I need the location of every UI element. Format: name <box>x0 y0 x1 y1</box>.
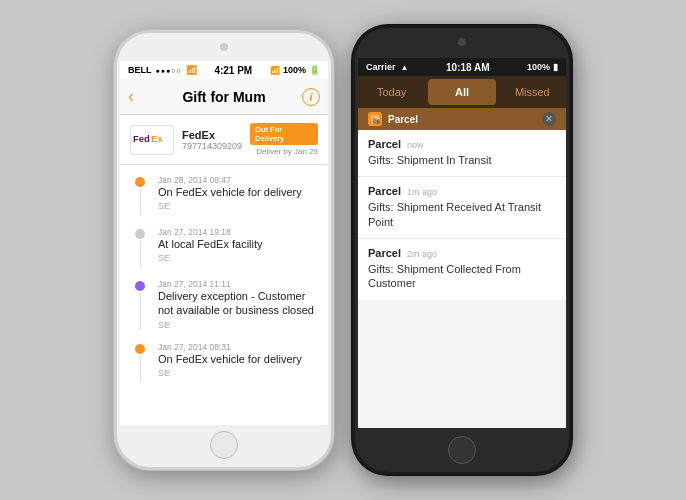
dot-2 <box>135 281 145 291</box>
svg-text:Ex: Ex <box>151 134 163 145</box>
notif-item-0[interactable]: Parcel now Gifts: Shipment In Transit <box>358 130 566 177</box>
fedex-logo: Fed Ex <box>130 125 174 155</box>
text-0: On FedEx vehicle for delivery <box>158 185 318 199</box>
notif-time-2: 2m ago <box>407 249 437 259</box>
notif-time-0: now <box>407 140 424 150</box>
dot-col-1 <box>130 227 150 267</box>
tab-today-label: Today <box>377 86 406 98</box>
date-3: Jan 27, 2014 08:31 <box>158 342 318 352</box>
dark-wifi-icon: ▲ <box>401 63 409 72</box>
date-1: Jan 27, 2014 19:18 <box>158 227 318 237</box>
fedex-info: FedEx 797714309209 <box>182 129 242 151</box>
dark-status-right: 100% ▮ <box>527 62 558 72</box>
bluetooth-icon: 📶 <box>270 66 280 75</box>
fedex-name: FedEx <box>182 129 242 141</box>
battery-icon: 🔋 <box>309 65 320 75</box>
phones-container: BELL ●●●○○ 📶 4:21 PM 📶 100% 🔋 ‹ Gift for… <box>94 5 592 495</box>
notif-item-2[interactable]: Parcel 2m ago Gifts: Shipment Collected … <box>358 239 566 300</box>
notification-tabs: Today All Missed <box>358 76 566 108</box>
dark-home-button[interactable] <box>448 436 476 464</box>
fedex-tracking: 797714309209 <box>182 141 242 151</box>
dark-battery-icon: ▮ <box>553 62 558 72</box>
loc-0: SE <box>158 201 318 211</box>
battery-label: 100% <box>283 65 306 75</box>
status-bar-white: BELL ●●●○○ 📶 4:21 PM 📶 100% 🔋 <box>120 61 328 79</box>
timeline-item-1: Jan 27, 2014 19:18 At local FedEx facili… <box>120 221 328 273</box>
content-0: Jan 28, 2014 08:47 On FedEx vehicle for … <box>158 175 318 215</box>
close-button[interactable]: ✕ <box>542 112 556 126</box>
section-header: 📦 Parcel ✕ <box>358 108 566 130</box>
dark-status-left: Carrier ▲ <box>366 62 408 72</box>
delivery-badge: Out For Delivery <box>250 123 318 145</box>
loc-3: SE <box>158 368 318 378</box>
back-button[interactable]: ‹ <box>128 86 134 107</box>
carrier-label: BELL <box>128 65 152 75</box>
notif-item-1[interactable]: Parcel 1m ago Gifts: Shipment Received A… <box>358 177 566 239</box>
dot-1 <box>135 229 145 239</box>
loc-1: SE <box>158 253 318 263</box>
timeline-item-3: Jan 27, 2014 08:31 On FedEx vehicle for … <box>120 336 328 388</box>
notif-app-2: Parcel <box>368 247 401 259</box>
dark-carrier: Carrier <box>366 62 396 72</box>
dark-screen: Carrier ▲ 10:18 AM 100% ▮ Today All Mi <box>358 58 566 428</box>
nav-title: Gift for Mum <box>182 89 265 105</box>
line-0 <box>140 189 141 215</box>
content-2: Jan 27, 2014 11:11 Delivery exception - … <box>158 279 318 330</box>
nav-bar: ‹ Gift for Mum i <box>120 79 328 115</box>
tab-missed-label: Missed <box>515 86 550 98</box>
section-title: Parcel <box>388 114 418 125</box>
text-2: Delivery exception - Customer not availa… <box>158 289 318 318</box>
info-button[interactable]: i <box>302 88 320 106</box>
content-3: Jan 27, 2014 08:31 On FedEx vehicle for … <box>158 342 318 382</box>
deliver-by: Deliver by Jan 29 <box>256 147 318 156</box>
notif-app-1: Parcel <box>368 185 401 197</box>
date-2: Jan 27, 2014 11:11 <box>158 279 318 289</box>
loc-2: SE <box>158 320 318 330</box>
dot-3 <box>135 344 145 354</box>
dot-0 <box>135 177 145 187</box>
line-1 <box>140 241 141 267</box>
notif-body-2: Gifts: Shipment Collected From Customer <box>368 262 556 292</box>
timeline-item-2: Jan 27, 2014 11:11 Delivery exception - … <box>120 273 328 336</box>
notifications-list: Parcel now Gifts: Shipment In Transit Pa… <box>358 130 566 299</box>
notif-body-1: Gifts: Shipment Received At Transit Poin… <box>368 200 556 230</box>
line-3 <box>140 356 141 382</box>
timeline-item-0: Jan 28, 2014 08:47 On FedEx vehicle for … <box>120 169 328 221</box>
white-phone: BELL ●●●○○ 📶 4:21 PM 📶 100% 🔋 ‹ Gift for… <box>114 30 334 470</box>
svg-text:Fed: Fed <box>133 134 150 145</box>
signal-dots: ●●●○○ <box>156 67 182 74</box>
content-1: Jan 27, 2014 19:18 At local FedEx facili… <box>158 227 318 267</box>
tab-all-label: All <box>455 86 469 98</box>
white-screen: BELL ●●●○○ 📶 4:21 PM 📶 100% 🔋 ‹ Gift for… <box>120 61 328 425</box>
tab-all[interactable]: All <box>428 79 495 105</box>
wifi-icon: 📶 <box>186 65 197 75</box>
time-display: 4:21 PM <box>214 65 252 76</box>
close-icon: ✕ <box>545 114 553 124</box>
fedex-card[interactable]: Fed Ex FedEx 797714309209 Out For Delive… <box>120 115 328 165</box>
notif-header-0: Parcel now <box>368 138 556 150</box>
parcel-app-icon: 📦 <box>368 112 382 126</box>
dot-col-3 <box>130 342 150 382</box>
dark-phone: Carrier ▲ 10:18 AM 100% ▮ Today All Mi <box>352 25 572 475</box>
timeline: Jan 28, 2014 08:47 On FedEx vehicle for … <box>120 165 328 425</box>
date-0: Jan 28, 2014 08:47 <box>158 175 318 185</box>
fedex-status: Out For Delivery Deliver by Jan 29 <box>250 123 318 156</box>
line-2 <box>140 293 141 330</box>
dot-col-2 <box>130 279 150 330</box>
svg-text:📦: 📦 <box>372 115 380 124</box>
text-1: At local FedEx facility <box>158 237 318 251</box>
status-right: 📶 100% 🔋 <box>270 65 320 75</box>
notif-header-1: Parcel 1m ago <box>368 185 556 197</box>
dark-time: 10:18 AM <box>446 62 490 73</box>
notif-app-0: Parcel <box>368 138 401 150</box>
status-left: BELL ●●●○○ 📶 <box>128 65 197 75</box>
dark-battery: 100% <box>527 62 550 72</box>
home-button[interactable] <box>210 431 238 459</box>
tab-missed[interactable]: Missed <box>499 76 566 108</box>
notif-header-2: Parcel 2m ago <box>368 247 556 259</box>
dot-col-0 <box>130 175 150 215</box>
tab-today[interactable]: Today <box>358 76 425 108</box>
notif-time-1: 1m ago <box>407 187 437 197</box>
text-3: On FedEx vehicle for delivery <box>158 352 318 366</box>
status-bar-dark: Carrier ▲ 10:18 AM 100% ▮ <box>358 58 566 76</box>
